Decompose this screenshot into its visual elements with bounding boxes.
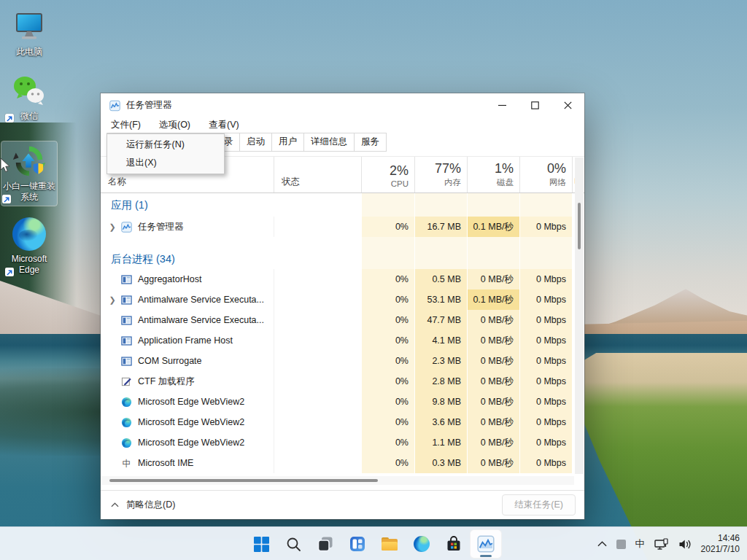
title-bar[interactable]: 任务管理器 bbox=[101, 93, 584, 117]
tray-clock[interactable]: 14:46 2021/7/10 bbox=[701, 533, 740, 555]
disk-cell: 0 MB/秒 bbox=[467, 330, 519, 351]
menu-options[interactable]: 选项(O) bbox=[156, 117, 193, 133]
process-row[interactable]: Microsoft Edge WebView20%9.8 MB0 MB/秒0 M… bbox=[101, 392, 584, 412]
process-row[interactable]: ❯任务管理器0%16.7 MB0.1 MB/秒0 Mbps bbox=[101, 217, 584, 237]
edge-process-icon bbox=[121, 397, 132, 408]
cpu-cell: 0% bbox=[361, 289, 414, 310]
status-cell bbox=[274, 289, 361, 310]
process-row[interactable]: COM Surrogate0%2.3 MB0 MB/秒0 Mbps bbox=[101, 351, 584, 371]
process-name: Microsoft Edge WebView2 bbox=[138, 397, 244, 407]
tray-chevron-up-icon[interactable] bbox=[597, 541, 607, 547]
desktop-icon-this-pc[interactable]: 此电脑 bbox=[4, 7, 54, 61]
desktop-icon-label: 此电脑 bbox=[16, 47, 42, 58]
process-row[interactable]: Microsoft Edge WebView20%1.1 MB0 MB/秒0 M… bbox=[101, 432, 584, 453]
horizontal-scrollbar[interactable] bbox=[101, 476, 574, 485]
vertical-scrollbar-thumb[interactable] bbox=[578, 203, 581, 249]
volume-icon[interactable] bbox=[678, 539, 692, 550]
file-menu-item-1[interactable]: 运行新任务(N) bbox=[107, 136, 224, 154]
task-manager-window: 任务管理器 文件(F) 选项(O) 查看(V) 进程性能应用历史记录启动用户详细… bbox=[101, 93, 584, 519]
tab-4[interactable]: 启动 bbox=[239, 133, 272, 152]
edge-icon bbox=[12, 217, 47, 252]
maximize-button[interactable] bbox=[519, 93, 551, 117]
menu-view[interactable]: 查看(V) bbox=[206, 117, 242, 133]
generic-process-icon bbox=[121, 335, 132, 346]
file-explorer-button[interactable] bbox=[374, 529, 406, 559]
xiaobai-icon bbox=[12, 144, 47, 179]
process-row[interactable]: ❯Antimalware Service Executa...0%53.1 MB… bbox=[101, 289, 584, 310]
file-menu-item-2[interactable]: 退出(X) bbox=[107, 154, 224, 172]
vertical-scrollbar[interactable] bbox=[575, 158, 584, 474]
process-list: 应用 (1)❯任务管理器0%16.7 MB0.1 MB/秒0 Mbps后台进程 … bbox=[101, 193, 584, 474]
status-cell bbox=[274, 269, 361, 289]
disk-cell: 0 MB/秒 bbox=[467, 269, 519, 289]
taskmgr-process-icon bbox=[121, 222, 132, 233]
net-cell: 0 Mbps bbox=[519, 330, 572, 351]
net-cell: 0 Mbps bbox=[519, 371, 572, 392]
minimize-button[interactable] bbox=[486, 93, 519, 117]
store-button[interactable] bbox=[438, 529, 470, 559]
tray-app-icon[interactable] bbox=[616, 540, 626, 549]
generic-process-icon bbox=[121, 356, 132, 367]
horizontal-scrollbar-thumb[interactable] bbox=[109, 479, 378, 482]
process-row[interactable]: CTF 加载程序0%2.8 MB0 MB/秒0 Mbps bbox=[101, 371, 584, 392]
tab-6[interactable]: 详细信息 bbox=[303, 133, 355, 152]
column-header-network[interactable]: 0% 网络 bbox=[519, 157, 572, 192]
net-cell: 0 Mbps bbox=[519, 289, 572, 310]
group-header-row[interactable]: 应用 (1) bbox=[101, 193, 584, 217]
status-cell bbox=[274, 217, 361, 237]
cpu-cell: 0% bbox=[361, 371, 414, 392]
expand-chevron-icon[interactable]: ❯ bbox=[107, 222, 118, 232]
process-row[interactable]: Application Frame Host0%4.1 MB0 MB/秒0 Mb… bbox=[101, 330, 584, 351]
details-toggle[interactable]: 简略信息(D) bbox=[111, 499, 175, 511]
mem-cell: 2.3 MB bbox=[414, 351, 467, 371]
disk-cell: 0.1 MB/秒 bbox=[467, 289, 519, 310]
task-manager-button[interactable] bbox=[470, 529, 502, 559]
cpu-cell: 0% bbox=[361, 432, 414, 453]
process-name: Antimalware Service Executa... bbox=[138, 315, 264, 325]
menu-file[interactable]: 文件(F) bbox=[108, 117, 144, 133]
mem-cell: 3.6 MB bbox=[414, 412, 467, 432]
status-cell bbox=[274, 371, 361, 392]
network-icon[interactable] bbox=[654, 538, 669, 551]
status-cell bbox=[274, 310, 361, 330]
desktop-icon-microsoft-edge[interactable]: Microsoft Edge bbox=[4, 214, 54, 279]
process-row[interactable]: 中Microsoft IME0%0.3 MB0 MB/秒0 Mbps bbox=[101, 453, 584, 473]
column-header-status[interactable]: 状态 bbox=[274, 157, 361, 192]
generic-process-icon bbox=[121, 295, 132, 306]
column-header-disk[interactable]: 1% 磁盘 bbox=[467, 157, 519, 192]
status-cell bbox=[274, 392, 361, 412]
widgets-button[interactable] bbox=[341, 529, 374, 559]
desktop-icon-wechat[interactable]: 微信 bbox=[4, 71, 54, 125]
process-row[interactable]: Antimalware Service Executa...0%47.7 MB0… bbox=[101, 310, 584, 330]
process-row[interactable]: AggregatorHost0%0.5 MB0 MB/秒0 Mbps bbox=[101, 269, 584, 289]
net-cell: 0 Mbps bbox=[519, 310, 572, 330]
group-label: 后台进程 (34) bbox=[107, 252, 175, 266]
search-button[interactable] bbox=[277, 529, 309, 559]
process-row[interactable]: Microsoft Edge WebView20%3.6 MB0 MB/秒0 M… bbox=[101, 412, 584, 432]
process-name: Microsoft IME bbox=[138, 458, 193, 468]
window-title: 任务管理器 bbox=[126, 99, 172, 112]
net-cell: 0 Mbps bbox=[519, 217, 572, 237]
process-name: Application Frame Host bbox=[138, 335, 233, 346]
ime-process-icon: 中 bbox=[121, 458, 132, 469]
task-view-button[interactable] bbox=[309, 529, 341, 559]
mem-cell: 47.7 MB bbox=[414, 310, 467, 330]
status-cell bbox=[274, 412, 361, 432]
disk-cell: 0 MB/秒 bbox=[467, 392, 519, 412]
tab-5[interactable]: 用户 bbox=[271, 133, 304, 152]
start-button[interactable] bbox=[245, 529, 277, 559]
column-header-memory[interactable]: 77% 内存 bbox=[414, 157, 467, 192]
end-task-button[interactable]: 结束任务(E) bbox=[502, 494, 576, 516]
cpu-cell: 0% bbox=[361, 310, 414, 330]
disk-cell: 0 MB/秒 bbox=[467, 371, 519, 392]
tray-time: 14:46 bbox=[701, 533, 740, 544]
ime-indicator[interactable]: 中 bbox=[635, 537, 645, 551]
wechat-icon bbox=[12, 74, 47, 109]
edge-button[interactable] bbox=[406, 529, 438, 559]
mem-cell: 1.1 MB bbox=[414, 432, 467, 453]
close-button[interactable] bbox=[551, 93, 584, 117]
tab-7[interactable]: 服务 bbox=[354, 133, 387, 152]
group-header-row[interactable]: 后台进程 (34) bbox=[101, 237, 584, 269]
expand-chevron-icon[interactable]: ❯ bbox=[107, 295, 118, 305]
column-header-cpu[interactable]: 2% CPU bbox=[361, 157, 414, 192]
